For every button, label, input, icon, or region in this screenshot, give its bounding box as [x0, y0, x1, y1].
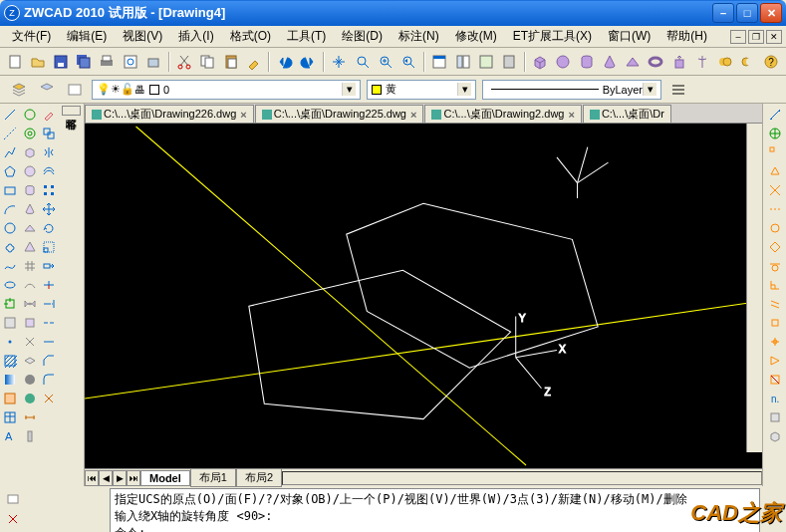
snap-non-icon[interactable] — [766, 371, 784, 389]
snap-end-icon[interactable] — [766, 143, 784, 161]
copy-icon[interactable] — [197, 51, 218, 73]
preview-icon[interactable] — [120, 51, 140, 73]
menu-format[interactable]: 格式(O) — [222, 26, 279, 47]
3d-sphere-icon[interactable] — [553, 51, 574, 73]
chevron-down-icon[interactable]: ▾ — [342, 83, 356, 96]
surf4-icon[interactable] — [21, 333, 39, 351]
snap-int-icon[interactable] — [766, 181, 784, 199]
block-icon[interactable] — [1, 314, 19, 332]
menu-file[interactable]: 文件(F) — [4, 26, 59, 47]
snap-tan-icon[interactable] — [766, 257, 784, 275]
3d-subtract-icon[interactable] — [738, 51, 759, 73]
wedge3d-icon[interactable] — [21, 219, 39, 237]
join-icon[interactable] — [40, 333, 58, 351]
line-icon[interactable] — [1, 106, 19, 124]
layout1-tab[interactable]: 布局1 — [190, 468, 236, 487]
vscroll-thumb[interactable] — [21, 427, 39, 445]
file-tab[interactable]: C:\...\桌面\Drawing2.dwg× — [424, 105, 581, 123]
3d-torus-icon[interactable] — [646, 51, 666, 73]
help-icon[interactable]: ? — [761, 51, 782, 73]
file-tab[interactable]: C:\...\桌面\Dr — [583, 105, 671, 123]
menu-dim[interactable]: 标注(N) — [391, 26, 447, 47]
ellipse-icon[interactable] — [1, 276, 19, 294]
menu-window[interactable]: 窗口(W) — [600, 26, 658, 47]
menu-draw[interactable]: 绘图(D) — [334, 26, 391, 47]
table-icon[interactable] — [1, 408, 19, 426]
cmd-history-icon[interactable] — [4, 490, 22, 508]
mesh-icon[interactable] — [21, 257, 39, 275]
snap-par-icon[interactable] — [766, 295, 784, 313]
chamfer-icon[interactable] — [40, 352, 58, 370]
view-top-icon[interactable] — [766, 408, 784, 426]
open-icon[interactable] — [27, 51, 48, 73]
circle-icon[interactable] — [1, 219, 19, 237]
new-icon[interactable] — [4, 51, 25, 73]
save-icon[interactable] — [50, 51, 71, 73]
tab-last-icon[interactable]: ⏭ — [127, 470, 140, 486]
horizontal-scrollbar[interactable] — [282, 471, 762, 485]
rotate-icon[interactable] — [40, 219, 58, 237]
circle2-icon[interactable] — [21, 106, 39, 124]
cmd-clear-icon[interactable] — [4, 510, 22, 528]
cut-icon[interactable] — [174, 51, 195, 73]
view-iso-icon[interactable] — [766, 427, 784, 445]
3d-cyl-icon[interactable] — [576, 51, 597, 73]
snap-ins-icon[interactable] — [766, 314, 784, 332]
snap-ext-icon[interactable] — [766, 200, 784, 218]
doc-minimize-button[interactable]: – — [730, 30, 746, 44]
maximize-button[interactable]: □ — [736, 3, 758, 23]
spline-icon[interactable] — [1, 257, 19, 275]
snap-nea-icon[interactable] — [766, 352, 784, 370]
close-tab-icon[interactable]: × — [240, 109, 246, 121]
tab-prev-icon[interactable]: ◀ — [99, 470, 113, 486]
shade-icon[interactable] — [21, 371, 39, 389]
matchprop-icon[interactable] — [243, 51, 264, 73]
offset-icon[interactable] — [40, 162, 58, 180]
array-icon[interactable] — [40, 181, 58, 199]
properties-icon[interactable] — [429, 51, 450, 73]
donut-icon[interactable] — [21, 125, 39, 142]
layer-dropdown[interactable]: 💡 ☀ 🔓 🖶 0 ▾ — [92, 80, 361, 100]
lineweight-icon[interactable] — [667, 79, 689, 101]
snap-qua-icon[interactable] — [766, 238, 784, 256]
close-tab-icon[interactable]: × — [568, 109, 574, 121]
model-tab[interactable]: Model — [140, 470, 190, 486]
3d-cone-icon[interactable] — [599, 51, 620, 73]
erase-icon[interactable] — [40, 106, 58, 124]
revcloud-icon[interactable] — [1, 238, 19, 256]
layer-manager-icon[interactable] — [8, 79, 30, 101]
cyl3d-icon[interactable] — [21, 181, 39, 199]
hatch-icon[interactable] — [1, 352, 19, 370]
linetype-dropdown[interactable]: ByLayer ▾ — [482, 80, 661, 100]
hide-icon[interactable] — [21, 352, 39, 370]
mtext-icon[interactable]: A — [1, 427, 19, 445]
sphere3d-icon[interactable] — [21, 162, 39, 180]
insert-icon[interactable] — [1, 295, 19, 313]
undo-icon[interactable] — [274, 51, 295, 73]
surf3-icon[interactable] — [21, 314, 39, 332]
move-icon[interactable] — [40, 200, 58, 218]
menu-edit[interactable]: 编辑(E) — [59, 26, 115, 47]
file-tab[interactable]: C:\...\桌面\Drawing225.dwg× — [255, 105, 424, 123]
cone3d-icon[interactable] — [21, 200, 39, 218]
dim-icon[interactable] — [21, 408, 39, 426]
break-icon[interactable] — [40, 314, 58, 332]
menu-insert[interactable]: 插入(I) — [170, 26, 221, 47]
snap-nod-icon[interactable] — [766, 333, 784, 351]
doc-close-button[interactable]: ✕ — [766, 30, 782, 44]
doc-restore-button[interactable]: ❐ — [748, 30, 764, 44]
command-line[interactable]: 指定UCS的原点(O)/面(F)/?/对象(OB)/上一个(P)/视图(V)/世… — [110, 488, 760, 532]
side-vtab[interactable]: 将军峪谷 — [62, 106, 81, 116]
layout2-tab[interactable]: 布局2 — [236, 468, 282, 487]
xline-icon[interactable] — [1, 125, 19, 142]
3d-revolve-icon[interactable] — [691, 51, 712, 73]
layer-prev-icon[interactable] — [36, 79, 58, 101]
drawing-canvas[interactable]: Y X Z — [85, 124, 762, 468]
gradient-icon[interactable] — [1, 371, 19, 389]
3d-extrude-icon[interactable] — [668, 51, 689, 73]
fillet-icon[interactable] — [40, 371, 58, 389]
snap-per-icon[interactable] — [766, 276, 784, 294]
menu-view[interactable]: 视图(V) — [115, 26, 170, 47]
close-button[interactable]: ✕ — [760, 3, 782, 23]
layer-states-icon[interactable] — [64, 79, 86, 101]
